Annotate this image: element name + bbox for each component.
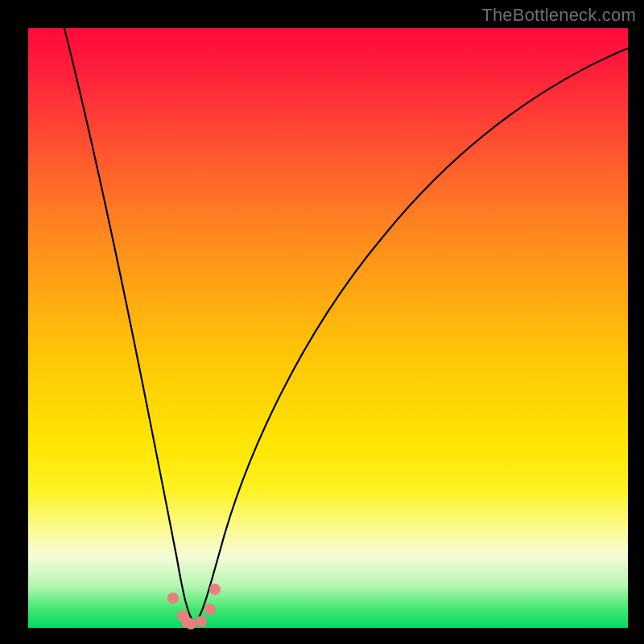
watermark-text: TheBottleneck.com — [481, 5, 636, 26]
point-5 — [196, 616, 207, 627]
bottleneck-curve — [64, 28, 628, 624]
curve-min-points — [167, 584, 221, 630]
point-1 — [167, 592, 179, 604]
chart-frame: TheBottleneck.com — [0, 0, 644, 644]
curve-layer — [28, 28, 628, 628]
point-6 — [204, 604, 216, 615]
point-4 — [185, 618, 196, 630]
point-7 — [209, 584, 221, 595]
